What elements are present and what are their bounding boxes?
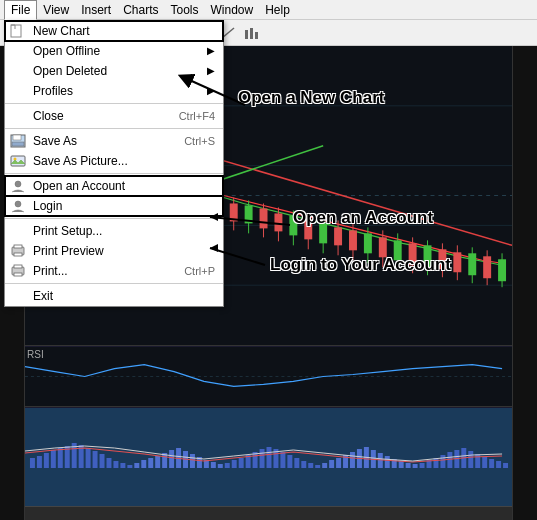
svg-rect-159 xyxy=(433,458,438,468)
svg-rect-102 xyxy=(37,456,42,468)
svg-rect-139 xyxy=(294,458,299,468)
menu-profiles[interactable]: Profiles ▶ xyxy=(5,81,223,101)
svg-rect-68 xyxy=(274,213,282,231)
svg-rect-135 xyxy=(267,447,272,468)
svg-rect-167 xyxy=(489,459,494,468)
sep4 xyxy=(5,218,223,219)
svg-rect-111 xyxy=(100,454,105,468)
open-deleted-arrow: ▶ xyxy=(207,65,215,76)
svg-rect-84 xyxy=(394,240,402,260)
svg-rect-4 xyxy=(11,156,25,166)
svg-rect-147 xyxy=(350,452,355,468)
svg-rect-166 xyxy=(482,457,487,468)
menu-open-account[interactable]: Open an Account xyxy=(5,176,223,196)
menu-print-preview[interactable]: Print Preview xyxy=(5,241,223,261)
save-as-icon xyxy=(9,133,27,149)
svg-rect-113 xyxy=(113,461,118,468)
svg-rect-134 xyxy=(260,449,265,468)
menu-print[interactable]: Print... Ctrl+P xyxy=(5,261,223,281)
svg-rect-131 xyxy=(239,458,244,468)
svg-rect-169 xyxy=(503,463,508,468)
menu-view[interactable]: View xyxy=(37,1,75,19)
save-as-shortcut: Ctrl+S xyxy=(184,135,215,147)
svg-rect-110 xyxy=(93,451,98,468)
svg-rect-86 xyxy=(409,243,417,265)
menu-window[interactable]: Window xyxy=(205,1,260,19)
svg-rect-116 xyxy=(134,463,139,468)
svg-rect-141 xyxy=(308,463,313,468)
svg-rect-64 xyxy=(245,205,253,223)
login-label: Login xyxy=(33,199,62,213)
svg-rect-9 xyxy=(14,245,22,248)
svg-rect-119 xyxy=(155,456,160,468)
svg-rect-26 xyxy=(250,28,253,39)
svg-rect-25 xyxy=(245,30,248,39)
menu-open-deleted[interactable]: Open Deleted ▶ xyxy=(5,61,223,81)
svg-rect-168 xyxy=(496,461,501,468)
macd-chart: MACD(12,26,9) -0.0272 0.0056 xyxy=(25,408,512,518)
toolbar-bar-chart[interactable] xyxy=(241,23,263,43)
print-label: Print... xyxy=(33,264,68,278)
svg-rect-104 xyxy=(51,450,56,468)
sep5 xyxy=(5,283,223,284)
svg-rect-164 xyxy=(468,451,473,468)
print-preview-icon xyxy=(9,243,27,259)
open-deleted-label: Open Deleted xyxy=(33,64,107,78)
menu-charts[interactable]: Charts xyxy=(117,1,164,19)
svg-rect-103 xyxy=(44,453,49,468)
svg-rect-154 xyxy=(399,461,404,468)
sep2 xyxy=(5,128,223,129)
menu-print-setup[interactable]: Print Setup... xyxy=(5,221,223,241)
svg-rect-137 xyxy=(280,452,285,468)
svg-rect-138 xyxy=(287,455,292,468)
print-preview-label: Print Preview xyxy=(33,244,104,258)
menu-insert[interactable]: Insert xyxy=(75,1,117,19)
sep1 xyxy=(5,103,223,104)
svg-rect-74 xyxy=(319,223,327,243)
menu-new-chart[interactable]: New Chart xyxy=(5,21,223,41)
open-offline-arrow: ▶ xyxy=(207,45,215,56)
svg-rect-27 xyxy=(255,32,258,39)
svg-rect-88 xyxy=(424,245,432,267)
menu-open-offline[interactable]: Open Offline ▶ xyxy=(5,41,223,61)
svg-rect-90 xyxy=(438,249,446,269)
svg-rect-12 xyxy=(14,265,22,268)
new-chart-label: New Chart xyxy=(33,24,90,38)
scrollbar[interactable] xyxy=(25,506,512,520)
save-picture-icon xyxy=(9,153,27,169)
svg-rect-2 xyxy=(13,135,21,140)
sep3 xyxy=(5,173,223,174)
open-account-icon xyxy=(9,178,27,194)
svg-rect-129 xyxy=(225,463,230,468)
svg-rect-109 xyxy=(86,448,91,468)
svg-rect-92 xyxy=(453,252,461,272)
svg-rect-3 xyxy=(12,142,24,146)
open-account-label: Open an Account xyxy=(33,179,125,193)
svg-rect-13 xyxy=(14,273,22,276)
svg-rect-124 xyxy=(190,454,195,468)
menu-tools[interactable]: Tools xyxy=(165,1,205,19)
svg-rect-117 xyxy=(141,460,146,468)
profiles-label: Profiles xyxy=(33,84,73,98)
menu-close[interactable]: Close Ctrl+F4 xyxy=(5,106,223,126)
menu-help[interactable]: Help xyxy=(259,1,296,19)
svg-rect-0 xyxy=(11,25,21,37)
svg-rect-101 xyxy=(30,458,35,468)
svg-rect-78 xyxy=(349,230,357,250)
svg-rect-70 xyxy=(289,215,297,235)
menu-save-as-picture[interactable]: Save As Picture... xyxy=(5,151,223,171)
save-as-picture-label: Save As Picture... xyxy=(33,154,128,168)
menu-file[interactable]: File xyxy=(4,0,37,20)
print-shortcut: Ctrl+P xyxy=(184,265,215,277)
svg-rect-155 xyxy=(406,463,411,468)
svg-rect-142 xyxy=(315,465,320,468)
svg-rect-140 xyxy=(301,461,306,468)
svg-point-7 xyxy=(15,201,21,207)
svg-rect-130 xyxy=(232,460,237,468)
svg-rect-165 xyxy=(475,454,480,468)
svg-rect-112 xyxy=(106,458,111,468)
svg-rect-128 xyxy=(218,464,223,468)
menu-save-as[interactable]: Save As Ctrl+S xyxy=(5,131,223,151)
menu-login[interactable]: Login xyxy=(5,196,223,216)
menu-exit[interactable]: Exit xyxy=(5,286,223,306)
